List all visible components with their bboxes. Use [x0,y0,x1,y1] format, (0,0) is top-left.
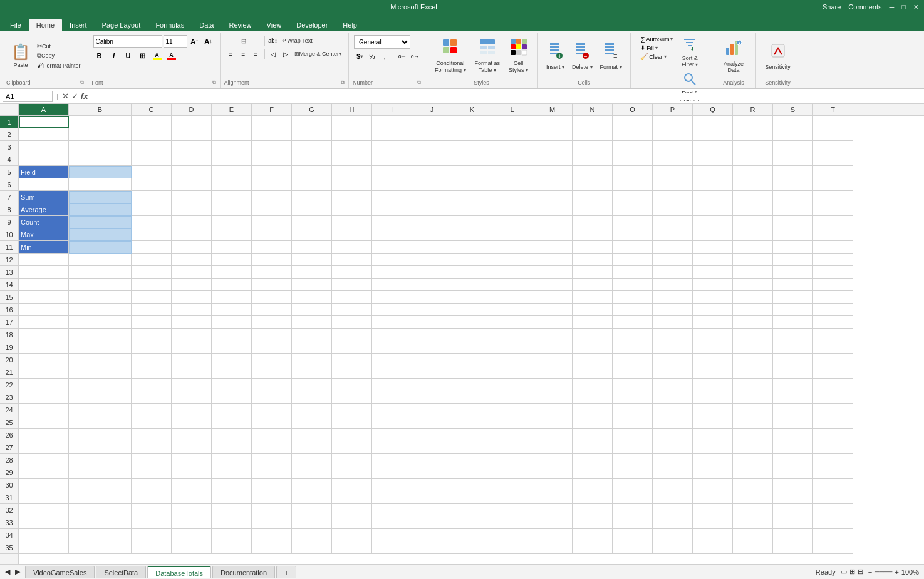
cell-M1[interactable] [532,116,573,128]
cell-P6[interactable] [653,178,693,191]
cell-L20[interactable] [492,354,532,366]
cell-M14[interactable] [532,279,573,291]
cell-F20[interactable] [252,354,292,366]
cell-K26[interactable] [452,429,492,441]
align-right-button[interactable]: ≡ [251,48,262,59]
cell-A28[interactable] [19,454,69,466]
cell-R13[interactable] [733,266,773,279]
cell-O34[interactable] [613,529,653,541]
indent-decrease-button[interactable]: ◁ [267,48,279,59]
tab-developer[interactable]: Developer [289,19,335,31]
cell-N15[interactable] [573,291,613,304]
zoom-slider[interactable]: ──── [875,568,892,575]
cell-M25[interactable] [532,416,573,429]
cell-T3[interactable] [813,141,853,153]
cell-Q10[interactable] [693,228,733,241]
cell-H35[interactable] [332,541,372,554]
cell-K33[interactable] [452,516,492,529]
cell-L3[interactable] [492,141,532,153]
cell-F24[interactable] [252,404,292,416]
cell-J21[interactable] [412,366,452,379]
cell-S21[interactable] [773,366,813,379]
cell-I3[interactable] [372,141,412,153]
comments-button[interactable]: Comments [848,3,881,11]
cell-R11[interactable] [733,241,773,254]
cell-N11[interactable] [573,241,613,254]
cell-R8[interactable] [733,203,773,216]
cell-E26[interactable] [212,429,252,441]
cell-Q6[interactable] [693,178,733,191]
cell-C35[interactable] [132,541,172,554]
cell-N14[interactable] [573,279,613,291]
cell-C10[interactable] [132,228,172,241]
clear-button[interactable]: 🧹 Clear ▾ [639,53,674,61]
cell-H14[interactable] [332,279,372,291]
cell-R12[interactable] [733,254,773,266]
align-top-button[interactable]: ⊤ [226,35,237,46]
cell-J4[interactable] [412,153,452,166]
cell-A8[interactable]: Average [19,203,69,216]
cell-P5[interactable] [653,166,693,178]
cell-H27[interactable] [332,441,372,454]
cell-A23[interactable] [19,391,69,404]
cell-I16[interactable] [372,304,412,316]
corner-cell[interactable] [0,104,19,115]
cell-I11[interactable] [372,241,412,254]
cell-B2[interactable] [69,128,132,141]
clipboard-expand-icon[interactable]: ⧉ [80,79,84,86]
cell-R2[interactable] [733,128,773,141]
cell-D32[interactable] [172,504,212,516]
analyze-data-button[interactable]: ✦ AnalyzeData [720,37,747,75]
cell-N6[interactable] [573,178,613,191]
cell-P17[interactable] [653,316,693,329]
cell-L23[interactable] [492,391,532,404]
cell-K22[interactable] [452,379,492,391]
fill-button[interactable]: ⬇ Fill ▾ [639,44,674,52]
cell-I31[interactable] [372,491,412,504]
cell-C5[interactable] [132,166,172,178]
cell-G15[interactable] [292,291,332,304]
function-button[interactable]: fx [81,91,88,101]
cell-L14[interactable] [492,279,532,291]
cell-H1[interactable] [332,116,372,128]
cell-B33[interactable] [69,516,132,529]
row-header-35[interactable]: 35 [0,541,18,554]
cell-I21[interactable] [372,366,412,379]
cell-E2[interactable] [212,128,252,141]
cell-Q19[interactable] [693,341,733,354]
increase-font-button[interactable]: A↑ [189,35,201,48]
align-center-button[interactable]: ≡ [238,48,249,59]
cell-J23[interactable] [412,391,452,404]
row-header-16[interactable]: 16 [0,304,18,316]
cell-I17[interactable] [372,316,412,329]
row-header-6[interactable]: 6 [0,178,18,191]
cell-O27[interactable] [613,441,653,454]
cell-F22[interactable] [252,379,292,391]
cell-E28[interactable] [212,454,252,466]
cell-J34[interactable] [412,529,452,541]
cell-O17[interactable] [613,316,653,329]
cell-L26[interactable] [492,429,532,441]
cell-D26[interactable] [172,429,212,441]
cell-O35[interactable] [613,541,653,554]
cell-E21[interactable] [212,366,252,379]
cell-H7[interactable] [332,191,372,203]
cell-A19[interactable] [19,341,69,354]
align-middle-button[interactable]: ⊟ [238,35,249,46]
cell-P22[interactable] [653,379,693,391]
cell-Q8[interactable] [693,203,733,216]
cell-I33[interactable] [372,516,412,529]
cell-S32[interactable] [773,504,813,516]
cell-H6[interactable] [332,178,372,191]
increase-decimal-button[interactable]: .0→ [408,51,420,62]
cell-J35[interactable] [412,541,452,554]
cell-O28[interactable] [613,454,653,466]
cell-Q17[interactable] [693,316,733,329]
cell-O5[interactable] [613,166,653,178]
page-layout-button[interactable]: ⊞ [849,568,855,576]
cell-S1[interactable] [773,116,813,128]
cell-K5[interactable] [452,166,492,178]
format-as-table-button[interactable]: Format asTable ▾ [472,36,504,76]
cell-D20[interactable] [172,354,212,366]
cell-J30[interactable] [412,479,452,491]
